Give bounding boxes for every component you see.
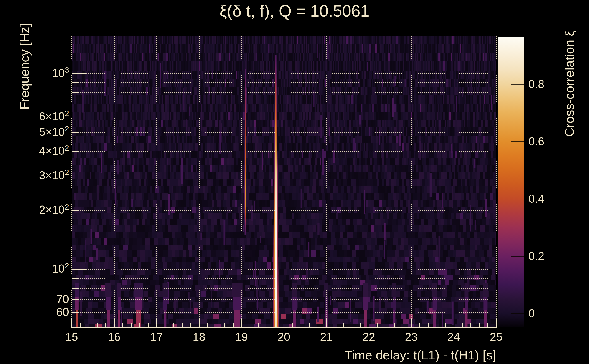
grid-line-x [72,36,72,328]
x-axis-major-tick [284,318,284,328]
colorbar-title: Cross-correlation ξ [563,15,576,152]
y-tick-label: 102 [9,263,69,275]
grid-line-x [454,36,454,328]
y-tick-label: 4×102 [9,145,69,158]
x-axis-major-tick [411,318,412,328]
y-axis-tick [72,299,79,300]
grid-line-x [369,36,369,328]
colorbar-tick-label: 0.2 [529,250,544,262]
colorbar-tick [511,313,524,314]
grid-line-x [284,36,284,328]
x-axis-major-tick [326,318,327,328]
colorbar-tick-label: 0 [529,308,535,319]
y-axis-tick [72,132,79,133]
y-tick-label: 70 [9,293,69,306]
colorbar-gradient [497,37,524,327]
x-axis-line [72,327,496,328]
y-axis-tick [72,288,79,289]
y-axis-tick [72,312,79,313]
y-axis-tick [72,92,79,93]
y-tick-label: 103 [9,67,69,80]
heatmap-plot-area [72,36,496,328]
grid-line-x [411,36,412,328]
x-axis-major-tick [72,318,72,328]
grid-line-x [241,36,242,328]
y-axis-tick [72,269,86,270]
y-tick-label: 5×102 [9,126,69,139]
colorbar-tick-label: 0.4 [529,193,544,205]
grid-line-x [156,36,157,328]
x-axis-major-tick [496,318,497,328]
y-axis-tick [72,210,79,211]
x-tick-label: 21 [308,330,345,344]
x-axis-major-tick [369,318,369,328]
x-axis-major-tick [114,318,115,328]
y-axis-tick [72,151,79,152]
colorbar-tick [511,141,524,142]
x-axis-title: Time delay: t(L1) - t(H1) [s] [0,348,496,362]
x-tick-label: 18 [181,330,217,344]
x-tick-label: 16 [96,330,132,344]
x-tick-label: 17 [138,330,175,344]
colorbar-tick-label: 0.6 [529,136,544,147]
colorbar-tick [511,84,524,85]
y-tick-label: 3×102 [9,169,69,182]
x-tick-label: 19 [223,330,260,344]
x-tick-label: 15 [53,330,90,344]
x-axis-major-tick [454,318,454,328]
colorbar-tick [511,199,524,199]
grid-line-x [199,36,200,328]
y-axis-tick [72,117,79,117]
grid-line-x [114,36,115,328]
x-tick-label: 25 [478,330,514,344]
x-tick-label: 24 [436,330,472,344]
figure-canvas: { "figure": { "background_color": "#0000… [0,0,589,364]
chart-title: ξ(δ t, f), Q = 10.5061 [0,1,589,20]
x-tick-label: 20 [266,330,302,344]
y-tick-label: 6×102 [9,110,69,123]
x-axis-major-tick [241,318,242,328]
grid-line-x [326,36,327,328]
y-axis-tick [72,73,86,74]
colorbar-tick-label: 0.8 [529,78,544,90]
x-tick-label: 22 [351,330,387,344]
colorbar-tick [511,256,524,257]
x-tick-label: 23 [393,330,429,344]
x-axis-major-tick [199,318,200,328]
x-axis-major-tick [156,318,157,328]
y-axis-tick [72,104,79,104]
y-axis-tick [72,176,79,176]
grid-line-x [496,36,497,328]
y-tick-label: 2×102 [9,204,69,217]
y-tick-label: 60 [9,306,69,319]
y-axis-tick [72,278,79,279]
y-axis-tick [72,82,79,83]
